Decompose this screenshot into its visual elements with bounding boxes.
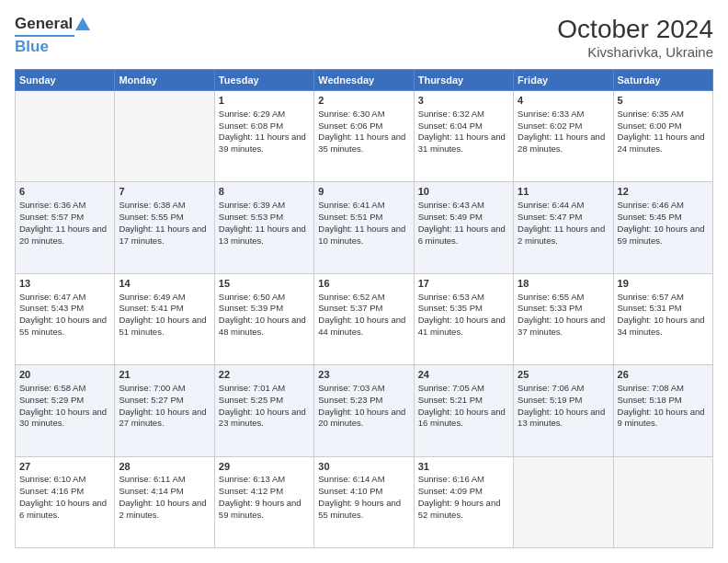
day-number: 11 (518, 185, 609, 199)
day-number: 18 (518, 277, 609, 291)
calendar-cell: 27Sunrise: 6:10 AMSunset: 4:16 PMDayligh… (16, 456, 115, 547)
calendar-cell: 30Sunrise: 6:14 AMSunset: 4:10 PMDayligh… (314, 456, 414, 547)
sunrise-text: Sunrise: 6:11 AM (119, 474, 210, 486)
calendar-cell: 11Sunrise: 6:44 AMSunset: 5:47 PMDayligh… (514, 182, 613, 273)
sunrise-text: Sunrise: 6:55 AM (518, 292, 609, 304)
calendar-cell: 17Sunrise: 6:53 AMSunset: 5:35 PMDayligh… (414, 273, 513, 364)
daylight-text: Daylight: 11 hours and 28 minutes. (518, 132, 609, 155)
sunset-text: Sunset: 5:45 PM (618, 212, 709, 224)
sunset-text: Sunset: 5:43 PM (19, 303, 110, 315)
calendar-cell: 16Sunrise: 6:52 AMSunset: 5:37 PMDayligh… (314, 273, 414, 364)
day-number: 14 (119, 277, 210, 291)
sunset-text: Sunset: 4:10 PM (318, 486, 409, 498)
sunset-text: Sunset: 6:04 PM (418, 121, 509, 132)
calendar-cell: 19Sunrise: 6:57 AMSunset: 5:31 PMDayligh… (613, 273, 712, 364)
sunrise-text: Sunrise: 6:44 AM (518, 200, 609, 212)
sunset-text: Sunset: 5:18 PM (618, 395, 709, 407)
day-number: 29 (219, 460, 310, 474)
daylight-text: Daylight: 10 hours and 30 minutes. (19, 407, 110, 431)
sunrise-text: Sunrise: 7:08 AM (618, 383, 709, 395)
sunrise-text: Sunrise: 7:05 AM (418, 383, 509, 395)
daylight-text: Daylight: 11 hours and 35 minutes. (318, 132, 409, 155)
calendar-cell: 4Sunrise: 6:33 AMSunset: 6:02 PMDaylight… (514, 91, 613, 182)
sunrise-text: Sunrise: 6:14 AM (318, 474, 409, 486)
day-number: 16 (318, 277, 409, 291)
calendar-cell: 12Sunrise: 6:46 AMSunset: 5:45 PMDayligh… (613, 182, 712, 273)
sunrise-text: Sunrise: 6:49 AM (119, 292, 210, 304)
header-thursday: Thursday (414, 70, 513, 91)
daylight-text: Daylight: 10 hours and 44 minutes. (318, 315, 409, 339)
sunrise-text: Sunrise: 6:58 AM (19, 383, 110, 395)
daylight-text: Daylight: 10 hours and 55 minutes. (19, 315, 110, 339)
sunset-text: Sunset: 5:25 PM (219, 395, 310, 407)
sunrise-text: Sunrise: 6:33 AM (518, 109, 609, 121)
header-monday: Monday (115, 70, 214, 91)
day-number: 27 (19, 460, 110, 474)
daylight-text: Daylight: 11 hours and 2 minutes. (518, 224, 609, 247)
day-number: 28 (119, 460, 210, 474)
day-number: 31 (418, 460, 509, 474)
header-tuesday: Tuesday (214, 70, 313, 91)
calendar-cell: 20Sunrise: 6:58 AMSunset: 5:29 PMDayligh… (16, 365, 115, 456)
logo-general-text: General (15, 15, 73, 33)
day-number: 6 (19, 185, 110, 199)
header-saturday: Saturday (613, 70, 712, 91)
day-number: 5 (618, 94, 709, 108)
day-number: 8 (219, 185, 310, 199)
logo: General Blue (15, 15, 90, 56)
calendar-cell: 3Sunrise: 6:32 AMSunset: 6:04 PMDaylight… (414, 91, 513, 182)
sunset-text: Sunset: 6:08 PM (219, 121, 310, 132)
day-number: 7 (119, 185, 210, 199)
day-number: 19 (618, 277, 709, 291)
daylight-text: Daylight: 9 hours and 59 minutes. (219, 498, 310, 522)
daylight-text: Daylight: 11 hours and 10 minutes. (318, 224, 409, 247)
calendar-cell: 23Sunrise: 7:03 AMSunset: 5:23 PMDayligh… (314, 365, 414, 456)
sunset-text: Sunset: 6:06 PM (318, 121, 409, 132)
daylight-text: Daylight: 10 hours and 37 minutes. (518, 315, 609, 339)
sunrise-text: Sunrise: 7:01 AM (219, 383, 310, 395)
sunrise-text: Sunrise: 6:16 AM (418, 474, 509, 486)
daylight-text: Daylight: 10 hours and 13 minutes. (518, 407, 609, 431)
day-number: 10 (418, 185, 509, 199)
sunrise-text: Sunrise: 6:29 AM (219, 109, 310, 121)
sunrise-text: Sunrise: 6:36 AM (19, 200, 110, 212)
sunrise-text: Sunrise: 6:57 AM (618, 292, 709, 304)
calendar-cell: 6Sunrise: 6:36 AMSunset: 5:57 PMDaylight… (16, 182, 115, 273)
sunset-text: Sunset: 5:37 PM (318, 303, 409, 315)
calendar-cell: 18Sunrise: 6:55 AMSunset: 5:33 PMDayligh… (514, 273, 613, 364)
calendar-week-row: 27Sunrise: 6:10 AMSunset: 4:16 PMDayligh… (16, 456, 713, 547)
sunset-text: Sunset: 5:23 PM (318, 395, 409, 407)
header-friday: Friday (514, 70, 613, 91)
sunrise-text: Sunrise: 6:46 AM (618, 200, 709, 212)
day-number: 20 (19, 368, 110, 382)
daylight-text: Daylight: 11 hours and 31 minutes. (418, 132, 509, 155)
calendar-cell: 7Sunrise: 6:38 AMSunset: 5:55 PMDaylight… (115, 182, 214, 273)
sunrise-text: Sunrise: 6:39 AM (219, 200, 310, 212)
sunset-text: Sunset: 4:12 PM (219, 486, 310, 498)
day-number: 25 (518, 368, 609, 382)
daylight-text: Daylight: 11 hours and 6 minutes. (418, 224, 509, 247)
daylight-text: Daylight: 10 hours and 16 minutes. (418, 407, 509, 431)
page: General Blue October 2024 Kivsharivka, U… (0, 0, 728, 563)
daylight-text: Daylight: 10 hours and 6 minutes. (19, 498, 110, 522)
header-sunday: Sunday (16, 70, 115, 91)
logo-blue-text: Blue (15, 38, 49, 56)
logo-triangle-icon (75, 17, 90, 30)
calendar-week-row: 1Sunrise: 6:29 AMSunset: 6:08 PMDaylight… (16, 91, 713, 182)
daylight-text: Daylight: 11 hours and 17 minutes. (119, 224, 210, 247)
calendar-cell (16, 91, 115, 182)
day-number: 22 (219, 368, 310, 382)
sunset-text: Sunset: 5:33 PM (518, 303, 609, 315)
day-number: 15 (219, 277, 310, 291)
sunset-text: Sunset: 5:19 PM (518, 395, 609, 407)
calendar-cell: 21Sunrise: 7:00 AMSunset: 5:27 PMDayligh… (115, 365, 214, 456)
daylight-text: Daylight: 10 hours and 48 minutes. (219, 315, 310, 339)
daylight-text: Daylight: 10 hours and 59 minutes. (618, 224, 709, 247)
calendar-cell: 31Sunrise: 6:16 AMSunset: 4:09 PMDayligh… (414, 456, 513, 547)
daylight-text: Daylight: 11 hours and 24 minutes. (618, 132, 709, 155)
day-number: 23 (318, 368, 409, 382)
sunrise-text: Sunrise: 7:00 AM (119, 383, 210, 395)
sunset-text: Sunset: 5:47 PM (518, 212, 609, 224)
header-wednesday: Wednesday (314, 70, 414, 91)
daylight-text: Daylight: 10 hours and 2 minutes. (119, 498, 210, 522)
